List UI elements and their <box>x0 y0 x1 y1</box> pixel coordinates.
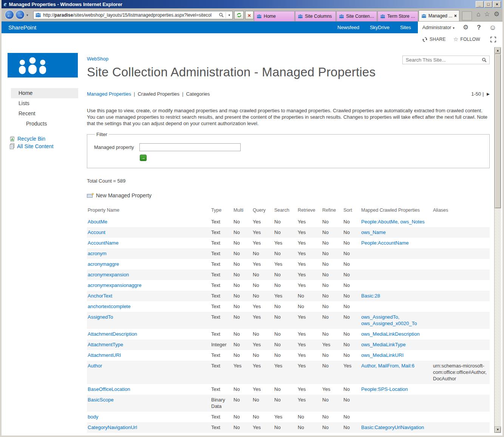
site-settings-gear-icon[interactable]: ⚙ <box>463 23 468 31</box>
property-name-cell[interactable]: body <box>87 412 210 422</box>
property-name-cell[interactable]: Account <box>87 227 210 238</box>
mapped-properties-cell[interactable]: Basic:28 <box>360 291 432 301</box>
search-input[interactable] <box>406 57 482 63</box>
skydrive-link[interactable]: SkyDrive <box>370 25 390 30</box>
property-name-link[interactable]: CCAMetadata <box>88 435 119 435</box>
share-button[interactable]: SHARE <box>422 37 446 42</box>
property-name-link[interactable]: AccountName <box>88 240 119 246</box>
property-name-cell[interactable]: BaseOfficeLocation <box>87 384 210 395</box>
property-name-link[interactable]: acronymaggre <box>88 261 119 267</box>
refresh-button[interactable] <box>234 11 244 19</box>
tab-crawled-properties[interactable]: Crawled Properties <box>138 91 179 97</box>
property-name-link[interactable]: AnchorText <box>88 293 112 299</box>
property-name-cell[interactable]: acronymexpansion <box>87 270 210 280</box>
property-name-link[interactable]: anchortextcomplete <box>88 304 130 309</box>
recent-pages-dropdown-icon[interactable]: ▾ <box>26 13 28 17</box>
property-name-link[interactable]: CategoryNavigationUrl <box>88 425 137 430</box>
recycle-bin-link[interactable]: Recycle Bin <box>9 135 85 143</box>
minimize-button[interactable]: _ <box>476 1 484 8</box>
tab-home[interactable]: Home <box>254 11 295 21</box>
property-name-cell[interactable]: AttachmentType <box>87 339 210 350</box>
mapped-property-link[interactable]: ows_AssignedTo, ows_Assigned_x0020_To <box>361 314 417 326</box>
mapped-properties-cell[interactable]: ows_MediaLinkURI <box>360 350 432 361</box>
tab-close-icon[interactable]: × <box>454 13 457 19</box>
mapped-properties-cell[interactable]: ows_AssignedTo, ows_Assigned_x0020_To <box>360 312 432 329</box>
back-button[interactable]: ← <box>5 10 14 20</box>
tab-site-columns[interactable]: Site Columns <box>295 11 336 21</box>
mapped-properties-cell[interactable]: ows_Name <box>360 227 432 238</box>
focus-mode-button[interactable] <box>490 36 496 43</box>
mapped-property-link[interactable]: ows_MediaLinkType <box>361 342 406 347</box>
property-name-cell[interactable]: CategoryNavigationUrl <box>87 422 210 433</box>
scroll-up-button[interactable]: ▲ <box>495 47 501 54</box>
close-button[interactable]: × <box>493 1 501 8</box>
next-page-icon[interactable]: ▶ <box>487 92 490 96</box>
mapped-property-link[interactable]: Basic:28 <box>361 293 380 299</box>
address-bar[interactable]: http://paradise/sites/webshop/_layouts/1… <box>33 11 233 19</box>
tab-categories[interactable]: Categories <box>186 91 210 97</box>
mapped-property-link[interactable]: Basic:CategoryUrlNavigation <box>361 425 424 430</box>
mapped-property-link[interactable]: Author, MailFrom, Mail:6 <box>361 363 414 369</box>
follow-button[interactable]: ☆ FOLLOW <box>453 36 480 43</box>
property-name-link[interactable]: BaseOfficeLocation <box>88 386 130 392</box>
mapped-properties-cell[interactable]: People:SPS-Location <box>360 384 432 395</box>
property-name-link[interactable]: Account <box>88 229 105 235</box>
new-tab-button[interactable] <box>462 11 472 20</box>
home-icon[interactable]: ⌂ <box>476 11 480 18</box>
property-name-link[interactable]: body <box>88 414 98 420</box>
property-name-cell[interactable]: AnchorText <box>87 291 210 301</box>
tab-managed-properties-active[interactable]: Managed ... × <box>419 10 459 21</box>
property-name-cell[interactable]: AttachmentURI <box>87 350 210 361</box>
settings-gear-icon[interactable]: ⚙ <box>494 11 499 18</box>
property-name-link[interactable]: AssignedTo <box>88 314 113 320</box>
sidebar-item-products[interactable]: Products <box>11 119 78 129</box>
property-name-link[interactable]: AttachmentDescription <box>88 331 137 337</box>
sidebar-item-recent[interactable]: Recent <box>11 108 78 119</box>
search-icon[interactable] <box>219 12 224 18</box>
property-name-link[interactable]: BasicScope <box>88 397 114 403</box>
filter-go-button[interactable]: → <box>140 155 147 161</box>
sites-link[interactable]: Sites <box>400 25 411 30</box>
sidebar-item-home[interactable]: Home <box>11 88 78 98</box>
sidebar-item-lists[interactable]: Lists <box>11 98 78 108</box>
property-name-link[interactable]: Author <box>88 363 102 369</box>
property-name-cell[interactable]: CCAMetadata <box>87 433 210 435</box>
mapped-property-link[interactable]: ows_MediaLinkURI <box>361 352 404 358</box>
tab-site-content[interactable]: Site Content ... <box>336 11 377 21</box>
property-name-cell[interactable]: acronymexpansionaggre <box>87 280 210 291</box>
mapped-properties-cell[interactable]: People:AccountName <box>360 238 432 248</box>
mapped-property-link[interactable]: ows_Name <box>361 229 386 235</box>
property-name-link[interactable]: acronymexpansionaggre <box>88 282 141 288</box>
mapped-properties-cell[interactable]: ows_MediaLinkType <box>360 339 432 350</box>
property-name-cell[interactable]: AttachmentDescription <box>87 329 210 339</box>
stop-button[interactable]: × <box>245 11 254 19</box>
all-site-content-link[interactable]: All Site Content <box>9 143 85 150</box>
user-menu[interactable]: Administrator▾ <box>422 25 455 30</box>
property-name-cell[interactable]: acronym <box>87 248 210 259</box>
property-name-cell[interactable]: AccountName <box>87 238 210 248</box>
mapped-properties-cell[interactable]: ows_MediaLinkDescription <box>360 329 432 339</box>
mapped-property-link[interactable]: People:AccountName <box>361 240 409 246</box>
property-name-link[interactable]: acronymexpansion <box>88 272 129 277</box>
property-name-cell[interactable]: BasicScope <box>87 395 210 412</box>
scrollbar-thumb[interactable] <box>495 54 501 208</box>
mapped-properties-cell[interactable]: Basic:CategoryUrlNavigation <box>360 422 432 433</box>
search-icon[interactable] <box>482 57 487 63</box>
property-name-cell[interactable]: anchortextcomplete <box>87 301 210 312</box>
mapped-property-link[interactable]: People:AboutMe, ows_Notes <box>361 219 425 225</box>
tab-term-store[interactable]: Term Store M... <box>377 11 418 21</box>
mapped-properties-cell[interactable]: People:AboutMe, ows_Notes <box>360 217 432 227</box>
property-name-link[interactable]: AttachmentURI <box>88 352 121 358</box>
url-text[interactable]: http://paradise/sites/webshop/_layouts/1… <box>43 12 219 18</box>
maximize-button[interactable]: □ <box>484 1 492 8</box>
property-name-cell[interactable]: AboutMe <box>87 217 210 227</box>
scroll-down-button[interactable]: ▼ <box>495 426 501 433</box>
address-dropdown-icon[interactable]: ▾ <box>227 13 231 17</box>
property-name-link[interactable]: acronym <box>88 251 107 256</box>
mapped-properties-cell[interactable]: Author, MailFrom, Mail:6 <box>360 361 432 384</box>
property-name-link[interactable]: AttachmentType <box>88 342 123 347</box>
site-search-box[interactable] <box>402 56 490 64</box>
site-logo[interactable] <box>8 53 78 77</box>
feedback-smiley-icon[interactable]: ☺ <box>489 23 496 32</box>
new-managed-property-link[interactable]: New Managed Property <box>87 192 490 198</box>
